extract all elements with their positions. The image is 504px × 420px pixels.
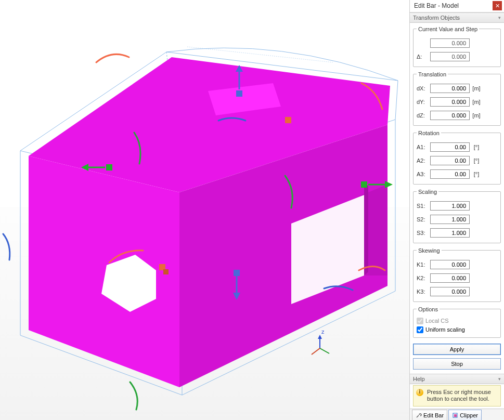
section-transform-header[interactable]: Transform Objects ▾ [410, 12, 504, 23]
input-A1[interactable] [430, 142, 470, 152]
transform-panel-body: Current Value and Step Δ: Translation dX… [410, 23, 504, 342]
section-transform-label: Transform Objects [413, 15, 460, 21]
group-skewing-legend: Skewing [417, 247, 442, 254]
viewport-3d[interactable]: z [0, 0, 409, 420]
clipper-icon [452, 412, 458, 418]
svg-rect-14 [106, 164, 112, 170]
input-A2[interactable] [430, 156, 470, 165]
label-dX: dX: [417, 85, 430, 91]
option-uniform-scaling[interactable]: Uniform scaling [417, 326, 497, 333]
tab-clipper-label: Clipper [460, 412, 478, 418]
input-S2[interactable] [430, 215, 470, 224]
input-K2[interactable] [430, 273, 470, 283]
unit-A1: [°] [470, 144, 481, 150]
chevron-down-icon: ▾ [498, 376, 501, 382]
section-help-header[interactable]: Help ▾ [410, 374, 504, 384]
label-delta: Δ: [417, 54, 430, 60]
model-scene[interactable]: z [0, 0, 409, 420]
chevron-down-icon: ▾ [498, 15, 501, 20]
unit-dY: [m] [470, 99, 481, 105]
apply-button[interactable]: Apply [413, 344, 501, 355]
label-A1: A1: [417, 144, 430, 150]
stop-label: Stop [451, 361, 463, 367]
action-buttons: Apply Stop [410, 342, 504, 374]
panel-titlebar[interactable]: Edit Bar - Model ✕ [410, 0, 504, 12]
option-local-cs: Local CS [417, 318, 497, 324]
svg-line-22 [320, 348, 329, 353]
label-A2: A2: [417, 158, 430, 164]
label-local-cs: Local CS [425, 318, 449, 324]
label-dY: dY: [417, 99, 430, 105]
section-help-label: Help [413, 376, 425, 382]
unit-A2: [°] [470, 158, 481, 164]
input-S3[interactable] [430, 228, 470, 238]
handle-cube-shadow [163, 269, 169, 274]
label-K3: K3: [417, 288, 430, 295]
input-K1[interactable] [430, 260, 470, 269]
group-options-legend: Options [417, 306, 440, 312]
svg-marker-1 [29, 156, 179, 387]
group-translation-legend: Translation [417, 71, 448, 77]
label-K2: K2: [417, 275, 430, 281]
label-A3: A3: [417, 171, 430, 177]
input-dZ[interactable] [430, 111, 470, 120]
unit-A3: [°] [470, 171, 481, 177]
svg-marker-19 [385, 181, 393, 188]
panel-title: Edit Bar - Model [414, 2, 493, 9]
input-S1[interactable] [430, 201, 470, 211]
svg-rect-11 [234, 270, 240, 276]
label-S1: S1: [417, 203, 430, 209]
group-options: Options Local CS Uniform scaling [413, 306, 501, 338]
input-dY[interactable] [430, 97, 470, 107]
svg-marker-7 [364, 185, 368, 275]
group-current-legend: Current Value and Step [417, 26, 479, 32]
help-message: i Press Esc or right mouse button to can… [413, 385, 501, 407]
stop-button[interactable]: Stop [413, 358, 501, 370]
axis-gizmo: z [312, 329, 329, 355]
bottom-tabs: Edit Bar Clipper [410, 409, 504, 420]
tab-clipper[interactable]: Clipper [448, 410, 482, 420]
label-S3: S3: [417, 230, 430, 236]
edit-bar-panel: Edit Bar - Model ✕ Transform Objects ▾ C… [409, 0, 504, 420]
svg-rect-26 [454, 414, 457, 417]
group-scaling-legend: Scaling [417, 189, 438, 195]
group-translation: Translation dX: [m] dY: [m] dZ: [m] [413, 71, 501, 126]
group-rotation: Rotation A1: [°] A2: [°] A3: [°] [413, 130, 501, 185]
info-icon: i [416, 389, 423, 396]
input-step[interactable] [430, 52, 470, 61]
input-current-value[interactable] [430, 38, 470, 48]
tab-edit-bar[interactable]: Edit Bar [412, 410, 447, 420]
close-icon: ✕ [495, 3, 500, 9]
unit-dX: [m] [470, 85, 481, 91]
checkbox-local-cs [417, 318, 423, 324]
label-uniform-scaling: Uniform scaling [425, 326, 465, 333]
input-dX[interactable] [430, 84, 470, 93]
apply-label: Apply [450, 346, 464, 352]
wrench-icon [416, 412, 422, 418]
close-button[interactable]: ✕ [493, 1, 502, 10]
label-dZ: dZ: [417, 112, 430, 119]
model-solid[interactable] [29, 57, 390, 387]
svg-rect-8 [236, 90, 242, 97]
tab-edit-bar-label: Edit Bar [423, 412, 444, 418]
help-text: Press Esc or right mouse button to cance… [427, 389, 491, 402]
group-rotation-legend: Rotation [417, 130, 441, 136]
svg-rect-17 [361, 181, 367, 188]
handle-cube[interactable] [285, 117, 291, 123]
svg-line-23 [312, 348, 320, 355]
unit-dZ: [m] [470, 112, 481, 119]
label-S2: S2: [417, 216, 430, 222]
svg-marker-21 [318, 335, 322, 339]
group-skewing: Skewing K1: K2: K3: [413, 247, 501, 302]
svg-text:z: z [321, 329, 325, 335]
label-K1: K1: [417, 261, 430, 268]
group-scaling: Scaling S1: S2: S3: [413, 189, 501, 243]
input-K3[interactable] [430, 287, 470, 296]
group-current: Current Value and Step Δ: [413, 26, 501, 67]
checkbox-uniform-scaling[interactable] [417, 326, 423, 333]
input-A3[interactable] [430, 169, 470, 179]
